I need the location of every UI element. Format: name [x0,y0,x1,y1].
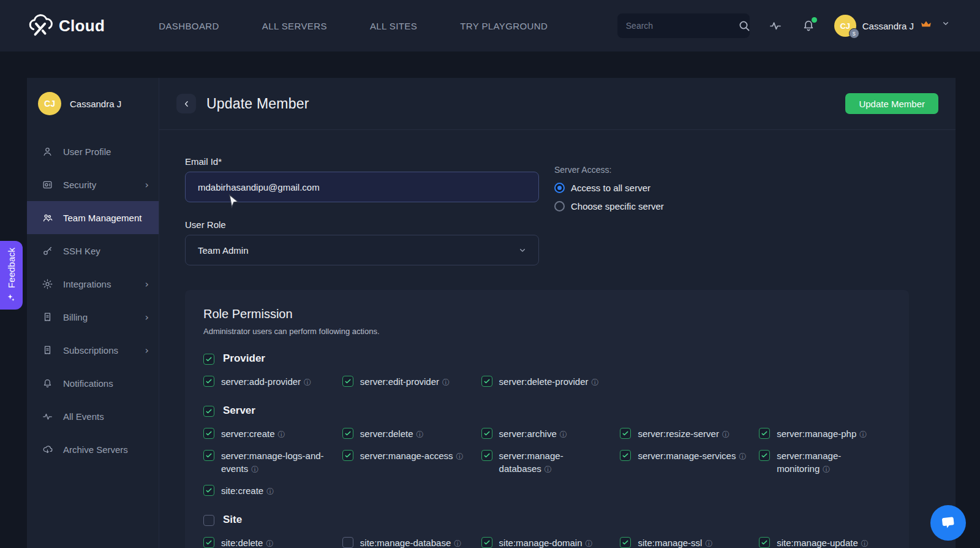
checkbox-checked[interactable] [481,376,492,387]
checkbox-checked[interactable] [620,537,631,548]
checkbox-checked[interactable] [203,354,214,365]
permission-item-server-edit-provider[interactable]: server:edit-providerⓘ [342,375,474,388]
permission-item-server-resize-server[interactable]: server:resize-serverⓘ [620,427,752,440]
checkbox-checked[interactable] [203,537,214,548]
checkbox-checked[interactable] [481,428,492,439]
checkbox-checked[interactable] [759,450,770,461]
permission-item-server-manage-services[interactable]: server:manage-servicesⓘ [620,449,752,475]
sidebar-item-all-events[interactable]: All Events [27,400,159,433]
info-icon[interactable]: ⓘ [454,539,461,548]
sidebar-item-team-management[interactable]: Team Management [27,201,159,234]
server-access-radio-all[interactable]: Access to all server [554,183,664,193]
user-menu[interactable]: CJ s Cassandra J [834,15,956,37]
chevron-down-icon[interactable] [941,18,956,33]
search-input[interactable] [626,21,737,31]
search-box[interactable] [617,13,750,38]
chevron-right-icon: › [145,344,149,356]
email-field[interactable] [185,172,539,202]
notifications-bell-icon[interactable] [801,18,816,33]
permission-item-server-manage-access[interactable]: server:manage-accessⓘ [342,449,474,475]
activity-icon[interactable] [768,18,783,33]
info-icon[interactable]: ⓘ [859,430,867,439]
sidebar-item-archive-servers[interactable]: Archive Servers [27,433,159,466]
user-role-select[interactable]: Team Admin [185,235,539,265]
info-icon[interactable]: ⓘ [456,452,464,461]
avatar: CJ s [834,15,856,37]
info-icon[interactable]: ⓘ [705,539,712,548]
radio-unselected-icon[interactable] [554,201,565,211]
permission-item-server-manage-databases[interactable]: server:manage-databasesⓘ [481,449,613,475]
main-header: Update Member Update Member [159,78,956,130]
server-access-radio-specific[interactable]: Choose specific server [554,201,664,211]
checkbox-checked[interactable] [342,428,353,439]
search-icon[interactable] [737,18,752,33]
update-member-button[interactable]: Update Member [845,93,938,114]
permission-item-server-delete[interactable]: server:deleteⓘ [342,427,474,440]
permission-item-server-archive[interactable]: server:archiveⓘ [481,427,613,440]
nav-link-all-sites[interactable]: ALL SITES [370,21,417,31]
checkbox-checked[interactable] [481,537,492,548]
checkbox-checked[interactable] [203,428,214,439]
sidebar-item-notifications[interactable]: Notifications [27,367,159,400]
back-button[interactable] [176,94,196,113]
info-icon[interactable]: ⓘ [442,378,450,387]
info-icon[interactable]: ⓘ [722,430,729,439]
permission-group-header[interactable]: Server [203,405,891,417]
checkbox-checked[interactable] [203,376,214,387]
permission-item-site-create[interactable]: site:createⓘ [203,484,335,497]
info-icon[interactable]: ⓘ [861,539,869,548]
info-icon[interactable]: ⓘ [592,378,599,387]
info-icon[interactable]: ⓘ [266,539,273,548]
info-icon[interactable]: ⓘ [417,430,424,439]
info-icon[interactable]: ⓘ [545,465,552,474]
chevron-down-icon [518,245,527,255]
sidebar-item-integrations[interactable]: Integrations› [27,267,159,300]
sidebar-item-billing[interactable]: Billing› [27,300,159,333]
radio-selected-icon[interactable] [554,183,565,193]
checkbox-checked[interactable] [759,537,770,548]
permission-group-header[interactable]: Provider [203,352,891,365]
permission-item-server-add-provider[interactable]: server:add-providerⓘ [203,375,335,388]
checkbox-checked[interactable] [342,450,353,461]
chat-widget-button[interactable] [930,505,966,541]
checkbox-checked[interactable] [203,450,214,461]
checkbox-checked[interactable] [620,428,631,439]
info-icon[interactable]: ⓘ [586,539,593,548]
permission-group-header[interactable]: Site [203,514,891,526]
nav-link-dashboard[interactable]: DASHBOARD [159,21,219,31]
permission-item-site-delete[interactable]: site:deleteⓘ [203,536,335,548]
group-label: Site [223,514,242,526]
sidebar-item-subscriptions[interactable]: Subscriptions› [27,333,159,367]
permission-item-site-manage-update[interactable]: site:manage-updateⓘ [759,536,891,548]
checkbox-checked[interactable] [203,485,214,496]
checkbox-checked[interactable] [620,450,631,461]
checkbox-unchecked[interactable] [203,515,214,526]
permission-item-server-manage-logs-and-events[interactable]: server:manage-logs-and-eventsⓘ [203,449,335,475]
checkbox-checked[interactable] [342,376,353,387]
permission-item-server-manage-php[interactable]: server:manage-phpⓘ [759,427,891,440]
checkbox-checked[interactable] [203,406,214,417]
checkbox-unchecked[interactable] [342,537,353,548]
nav-link-try-playground[interactable]: TRY PLAYGROUND [460,21,548,31]
info-icon[interactable]: ⓘ [304,378,311,387]
info-icon[interactable]: ⓘ [739,452,746,461]
nav-link-all-servers[interactable]: ALL SERVERS [262,21,327,31]
info-icon[interactable]: ⓘ [823,465,830,474]
info-icon[interactable]: ⓘ [560,430,567,439]
permission-item-site-manage-ssl[interactable]: site:manage-sslⓘ [620,536,752,548]
permission-item-server-delete-provider[interactable]: server:delete-providerⓘ [481,375,613,388]
feedback-tab[interactable]: Feedback [0,241,23,310]
permission-item-server-manage-monitoring[interactable]: server:manage-monitoringⓘ [759,449,891,475]
permission-item-server-create[interactable]: server:createⓘ [203,427,335,440]
sidebar-item-security[interactable]: Security› [27,168,159,201]
info-icon[interactable]: ⓘ [266,487,274,496]
sidebar-item-ssh-key[interactable]: SSH Key [27,234,159,267]
permission-item-site-manage-domain[interactable]: site:manage-domainⓘ [481,536,613,548]
checkbox-checked[interactable] [481,450,492,461]
info-icon[interactable]: ⓘ [251,465,258,474]
permission-item-site-manage-database[interactable]: site:manage-databaseⓘ [342,536,474,548]
sidebar-item-user-profile[interactable]: User Profile [27,135,159,168]
brand-logo[interactable]: Cloud [27,13,105,38]
checkbox-checked[interactable] [759,428,770,439]
info-icon[interactable]: ⓘ [278,430,285,439]
